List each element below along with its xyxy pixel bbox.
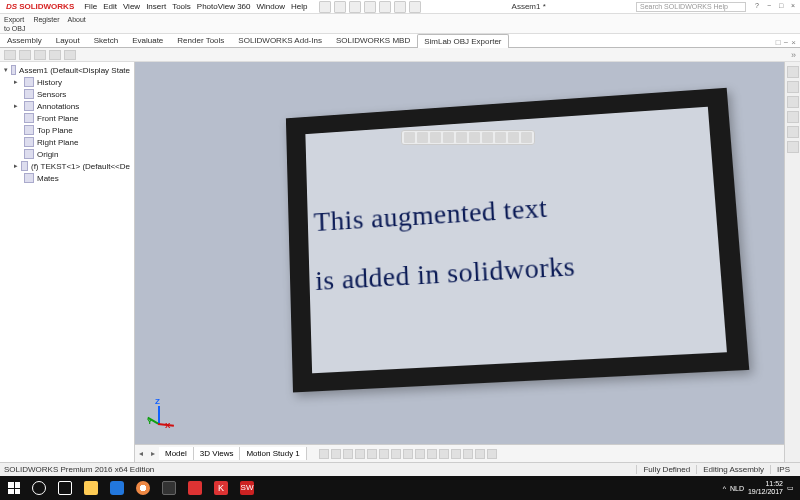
tab-motion-study[interactable]: Motion Study 1: [240, 447, 306, 460]
bt-icon[interactable]: [487, 449, 497, 459]
tree-history[interactable]: ▸History: [2, 76, 132, 88]
about-button[interactable]: About: [67, 15, 85, 24]
fm-property-icon[interactable]: [19, 50, 31, 60]
tab-simlab-obj[interactable]: SimLab OBJ Exporter: [417, 34, 508, 48]
feature-tree[interactable]: ▾ Assem1 (Default<Display State ▸History…: [0, 62, 134, 462]
task-view-icon[interactable]: [52, 478, 78, 498]
zoom-area-icon[interactable]: [417, 132, 428, 143]
explorer-icon[interactable]: [78, 478, 104, 498]
status-units[interactable]: IPS: [770, 465, 796, 474]
tab-3d-views[interactable]: 3D Views: [194, 447, 241, 460]
tab-sketch[interactable]: Sketch: [87, 33, 125, 47]
bt-icon[interactable]: [355, 449, 365, 459]
app-red-icon[interactable]: [182, 478, 208, 498]
view-orient-icon[interactable]: [456, 132, 467, 143]
tree-mates[interactable]: Mates: [2, 172, 132, 184]
store-icon[interactable]: [156, 478, 182, 498]
menu-tools[interactable]: Tools: [172, 2, 191, 11]
bt-icon[interactable]: [415, 449, 425, 459]
design-library-icon[interactable]: [787, 81, 799, 93]
tab-prev-icon[interactable]: ◂: [135, 449, 147, 458]
prev-view-icon[interactable]: [430, 132, 441, 143]
qat-save-icon[interactable]: [349, 1, 361, 13]
export-obj-button[interactable]: Export to OBJ: [4, 15, 25, 33]
fm-dim-icon[interactable]: [49, 50, 61, 60]
notifications-icon[interactable]: ▭: [787, 484, 794, 492]
tree-top-plane[interactable]: Top Plane: [2, 124, 132, 136]
fm-config-icon[interactable]: [34, 50, 46, 60]
qat-rebuild-icon[interactable]: [394, 1, 406, 13]
ribbon-close-icon[interactable]: ×: [791, 38, 796, 47]
graphics-viewport[interactable]: This augmented text is added in solidwor…: [135, 62, 800, 462]
bt-icon[interactable]: [319, 449, 329, 459]
close-icon[interactable]: ×: [788, 2, 798, 12]
bt-icon[interactable]: [427, 449, 437, 459]
tab-model[interactable]: Model: [159, 447, 194, 460]
file-explorer-icon[interactable]: [787, 96, 799, 108]
qat-options-icon[interactable]: [409, 1, 421, 13]
tree-root[interactable]: ▾ Assem1 (Default<Display State: [2, 64, 132, 76]
expand-icon[interactable]: ▾: [4, 66, 8, 74]
menu-edit[interactable]: Edit: [103, 2, 117, 11]
menu-insert[interactable]: Insert: [146, 2, 166, 11]
menu-help[interactable]: Help: [291, 2, 307, 11]
bt-icon[interactable]: [463, 449, 473, 459]
display-style-icon[interactable]: [469, 132, 480, 143]
fm-collapse-icon[interactable]: »: [791, 50, 796, 60]
qat-print-icon[interactable]: [364, 1, 376, 13]
view-palette-icon[interactable]: [787, 111, 799, 123]
tree-part-tekst[interactable]: ▸(f) TEKST<1> (Default<<De: [2, 160, 132, 172]
qat-open-icon[interactable]: [334, 1, 346, 13]
edge-icon[interactable]: [104, 478, 130, 498]
bt-icon[interactable]: [379, 449, 389, 459]
view-settings-icon[interactable]: [521, 132, 532, 143]
bt-icon[interactable]: [343, 449, 353, 459]
section-view-icon[interactable]: [443, 132, 454, 143]
search-input[interactable]: Search SOLIDWORKS Help: [636, 2, 746, 12]
tree-sensors[interactable]: Sensors: [2, 88, 132, 100]
tab-assembly[interactable]: Assembly: [0, 33, 49, 47]
appearances-icon[interactable]: [787, 126, 799, 138]
tab-next-icon[interactable]: ▸: [147, 449, 159, 458]
bt-icon[interactable]: [403, 449, 413, 459]
bt-icon[interactable]: [391, 449, 401, 459]
bt-icon[interactable]: [475, 449, 485, 459]
ribbon-min-icon[interactable]: □: [776, 38, 781, 47]
ribbon-restore-icon[interactable]: −: [784, 38, 789, 47]
qat-new-icon[interactable]: [319, 1, 331, 13]
bt-icon[interactable]: [451, 449, 461, 459]
tray-lang[interactable]: NLD: [730, 485, 744, 492]
tab-addins[interactable]: SOLIDWORKS Add-Ins: [231, 33, 329, 47]
register-button[interactable]: Register: [33, 15, 59, 24]
tray-chevron-icon[interactable]: ^: [723, 485, 726, 492]
fm-tree-icon[interactable]: [4, 50, 16, 60]
minimize-icon[interactable]: −: [764, 2, 774, 12]
help-icon[interactable]: ?: [752, 2, 762, 12]
qat-undo-icon[interactable]: [379, 1, 391, 13]
bt-icon[interactable]: [367, 449, 377, 459]
hide-show-icon[interactable]: [482, 132, 493, 143]
edit-appearance-icon[interactable]: [495, 132, 506, 143]
custom-props-icon[interactable]: [787, 141, 799, 153]
bt-icon[interactable]: [439, 449, 449, 459]
tree-annotations[interactable]: ▸Annotations: [2, 100, 132, 112]
menu-file[interactable]: File: [84, 2, 97, 11]
tree-origin[interactable]: Origin: [2, 148, 132, 160]
menu-photoview[interactable]: PhotoView 360: [197, 2, 251, 11]
orientation-triad[interactable]: Z Y X: [147, 394, 187, 434]
tree-right-plane[interactable]: Right Plane: [2, 136, 132, 148]
fm-display-icon[interactable]: [64, 50, 76, 60]
resources-icon[interactable]: [787, 66, 799, 78]
menu-view[interactable]: View: [123, 2, 140, 11]
start-button[interactable]: [2, 478, 26, 498]
bt-icon[interactable]: [331, 449, 341, 459]
tree-front-plane[interactable]: Front Plane: [2, 112, 132, 124]
kaspersky-icon[interactable]: K: [208, 478, 234, 498]
tab-mbd[interactable]: SOLIDWORKS MBD: [329, 33, 417, 47]
zoom-fit-icon[interactable]: [404, 132, 415, 143]
cortana-icon[interactable]: [26, 478, 52, 498]
apply-scene-icon[interactable]: [508, 132, 519, 143]
tray-clock[interactable]: 11:52 19/12/2017: [748, 480, 783, 496]
chrome-icon[interactable]: [130, 478, 156, 498]
tab-render-tools[interactable]: Render Tools: [170, 33, 231, 47]
